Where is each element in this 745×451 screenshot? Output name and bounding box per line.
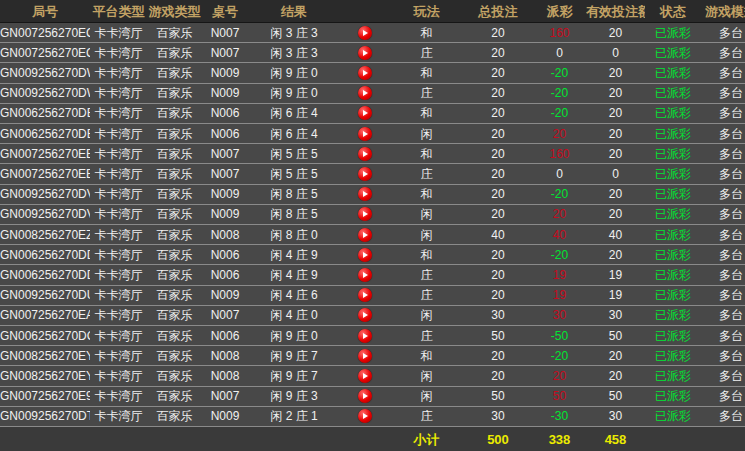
- cell-game-id: GN006256270DE: [0, 107, 90, 119]
- col-header-result: 结果: [248, 5, 340, 18]
- cell-replay: [340, 46, 390, 60]
- cell-platform: 卡卡湾厅: [90, 208, 147, 220]
- cell-platform: 卡卡湾厅: [90, 27, 147, 39]
- cell-result: 闲 3 庄 3: [248, 47, 340, 59]
- cell-replay: [340, 66, 390, 80]
- play-icon[interactable]: [358, 167, 372, 181]
- cell-bet-type: 庄: [390, 289, 463, 301]
- table-body: GN007256270EC 卡卡湾厅 百家乐 N007 闲 3 庄 3 和 20…: [0, 23, 745, 426]
- play-icon[interactable]: [358, 369, 372, 383]
- cell-platform: 卡卡湾厅: [90, 249, 147, 261]
- cell-result: 闲 4 庄 6: [248, 289, 340, 301]
- play-icon[interactable]: [358, 228, 372, 242]
- cell-payout: -20: [533, 87, 586, 99]
- cell-game-id: GN007256270EC: [0, 47, 90, 59]
- cell-status: 已派彩: [645, 67, 701, 79]
- cell-valid-bet: 20: [586, 249, 645, 261]
- cell-payout: 160: [533, 148, 586, 160]
- cell-table-no: N009: [202, 87, 248, 99]
- play-triangle-glyph: [363, 191, 368, 197]
- play-icon[interactable]: [358, 147, 372, 161]
- cell-status: 已派彩: [645, 370, 701, 382]
- play-triangle-glyph: [363, 171, 368, 177]
- col-header-valid-bet: 有效投注额: [586, 5, 645, 18]
- cell-game-type: 百家乐: [147, 410, 202, 422]
- cell-game-id: GN007256270E9: [0, 390, 90, 402]
- cell-game-type: 百家乐: [147, 27, 202, 39]
- cell-game-id: GN008256270EY: [0, 350, 90, 362]
- cell-total-bet: 20: [463, 168, 533, 180]
- play-triangle-glyph: [363, 70, 368, 76]
- cell-status: 已派彩: [645, 148, 701, 160]
- cell-total-bet: 20: [463, 370, 533, 382]
- cell-status: 已派彩: [645, 168, 701, 180]
- cell-mode: 多台: [701, 370, 745, 382]
- bet-history-panel: 局号 平台类型 游戏类型 桌号 结果 玩法 总投注 派彩 有效投注额 状态 游戏…: [0, 0, 745, 451]
- cell-valid-bet: 20: [586, 350, 645, 362]
- cell-table-no: N006: [202, 107, 248, 119]
- cell-valid-bet: 19: [586, 269, 645, 281]
- play-icon[interactable]: [358, 329, 372, 343]
- table-row: GN007256270EB 卡卡湾厅 百家乐 N007 闲 5 庄 5 和 20…: [0, 143, 745, 163]
- table-row: GN008256270EY 卡卡湾厅 百家乐 N008 闲 9 庄 7 和 20…: [0, 345, 745, 365]
- play-icon[interactable]: [358, 389, 372, 403]
- cell-status: 已派彩: [645, 249, 701, 261]
- cell-mode: 多台: [701, 47, 745, 59]
- cell-mode: 多台: [701, 350, 745, 362]
- cell-game-type: 百家乐: [147, 67, 202, 79]
- table-footer-row: 小计 500 338 458: [0, 426, 745, 451]
- play-icon[interactable]: [358, 66, 372, 80]
- col-header-platform: 平台类型: [90, 5, 147, 18]
- play-icon[interactable]: [358, 26, 372, 40]
- cell-mode: 多台: [701, 128, 745, 140]
- play-icon[interactable]: [358, 288, 372, 302]
- cell-total-bet: 20: [463, 47, 533, 59]
- cell-mode: 多台: [701, 188, 745, 200]
- cell-table-no: N008: [202, 229, 248, 241]
- cell-total-bet: 30: [463, 410, 533, 422]
- cell-game-type: 百家乐: [147, 128, 202, 140]
- col-header-game-id: 局号: [0, 5, 90, 18]
- cell-game-id: GN007256270EB: [0, 148, 90, 160]
- cell-replay: [340, 86, 390, 100]
- play-icon[interactable]: [358, 86, 372, 100]
- cell-result: 闲 8 庄 0: [248, 229, 340, 241]
- cell-total-bet: 40: [463, 229, 533, 241]
- play-icon[interactable]: [358, 308, 372, 322]
- play-triangle-glyph: [363, 393, 368, 399]
- play-icon[interactable]: [358, 268, 372, 282]
- cell-total-bet: 20: [463, 208, 533, 220]
- cell-game-type: 百家乐: [147, 330, 202, 342]
- cell-table-no: N007: [202, 148, 248, 160]
- play-icon[interactable]: [358, 409, 372, 423]
- cell-platform: 卡卡湾厅: [90, 410, 147, 422]
- cell-mode: 多台: [701, 229, 745, 241]
- cell-mode: 多台: [701, 67, 745, 79]
- cell-payout: -30: [533, 410, 586, 422]
- cell-mode: 多台: [701, 249, 745, 261]
- play-icon[interactable]: [358, 127, 372, 141]
- play-icon[interactable]: [358, 207, 372, 221]
- cell-platform: 卡卡湾厅: [90, 107, 147, 119]
- cell-platform: 卡卡湾厅: [90, 87, 147, 99]
- cell-bet-type: 和: [390, 249, 463, 261]
- play-icon[interactable]: [358, 248, 372, 262]
- table-row: GN009256270DV 卡卡湾厅 百家乐 N009 闲 8 庄 5 闲 20…: [0, 204, 745, 224]
- play-icon[interactable]: [358, 349, 372, 363]
- cell-payout: -20: [533, 188, 586, 200]
- play-icon[interactable]: [358, 46, 372, 60]
- cell-game-type: 百家乐: [147, 188, 202, 200]
- cell-mode: 多台: [701, 269, 745, 281]
- cell-status: 已派彩: [645, 47, 701, 59]
- cell-result: 闲 8 庄 5: [248, 188, 340, 200]
- cell-table-no: N007: [202, 390, 248, 402]
- cell-status: 已派彩: [645, 330, 701, 342]
- cell-bet-type: 和: [390, 107, 463, 119]
- cell-result: 闲 4 庄 9: [248, 269, 340, 281]
- play-icon[interactable]: [358, 187, 372, 201]
- cell-mode: 多台: [701, 410, 745, 422]
- play-icon[interactable]: [358, 106, 372, 120]
- cell-bet-type: 闲: [390, 309, 463, 321]
- cell-platform: 卡卡湾厅: [90, 168, 147, 180]
- cell-result: 闲 6 庄 4: [248, 128, 340, 140]
